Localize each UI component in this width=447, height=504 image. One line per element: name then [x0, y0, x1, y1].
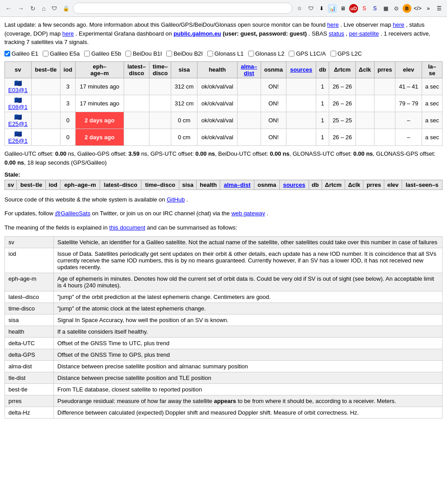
reload-button[interactable]: ↻ — [28, 4, 37, 13]
cell-clk — [355, 112, 374, 129]
filter-gps-l1ca[interactable]: GPS L1C/A — [289, 50, 326, 57]
cell-iod: 3 — [60, 95, 75, 112]
checkbox-glonass-l1[interactable] — [207, 51, 213, 56]
forward-button[interactable]: → — [16, 4, 26, 13]
star-icon[interactable]: ☆ — [295, 4, 304, 13]
glossary-term: delta-GPS — [5, 349, 54, 361]
sv-link[interactable]: E03@1 — [8, 87, 28, 93]
info-sbas: . SBAS — [309, 30, 327, 37]
glossary-term: eph-age-m — [5, 273, 54, 291]
cell-clk — [355, 95, 374, 112]
checkbox-galileo-e1[interactable] — [4, 51, 10, 56]
ext-icon-1[interactable]: 🛡 — [306, 4, 315, 13]
filter-glonass-l1[interactable]: Glonass L1 — [207, 50, 244, 57]
filter-beidou-b2i[interactable]: BeiDou B2I — [166, 50, 203, 57]
stale-sources-link[interactable]: sources — [283, 181, 305, 188]
ext-more[interactable]: » — [424, 4, 433, 13]
filter-gps-l2c[interactable]: GPS L2C — [330, 50, 362, 57]
stale-label: Stale: — [4, 171, 443, 178]
home-button[interactable]: ⌂ — [40, 4, 47, 13]
back-button[interactable]: ← — [4, 4, 13, 13]
ext-icon-s2[interactable]: S — [370, 4, 379, 13]
filter-beidou-b1i[interactable]: BeiDou B1I — [125, 50, 162, 57]
here-link-2[interactable]: here — [393, 21, 404, 28]
filter-glonass-l2[interactable]: Glonass L2 — [248, 50, 285, 57]
glossary-row: best-tle From TLE database, closest sate… — [5, 384, 443, 395]
github-link[interactable]: GitHub — [167, 196, 185, 203]
sv-link[interactable]: E26@1 — [8, 137, 28, 144]
ext-icon-grid[interactable]: ▦ — [381, 4, 390, 13]
glossary-def: Distance between precise satellite posit… — [54, 372, 443, 384]
address-bar[interactable] — [73, 3, 292, 14]
ext-icon-code[interactable]: </> — [413, 4, 422, 13]
grafana-link[interactable]: public.galmon.eu — [173, 30, 221, 37]
checkbox-beidou-b1i[interactable] — [125, 51, 131, 56]
glossary-row: iod Issue of Data. Satellites periodical… — [5, 248, 443, 273]
ext-icon-ud[interactable]: uD — [349, 4, 358, 13]
glossary-def: Signal In Space Accuracy, how well the p… — [54, 314, 443, 326]
table-row: 🇪🇺E08@1317 minutes ago312 cmok/ok/val/va… — [5, 95, 443, 112]
glossary-term: health — [5, 326, 54, 338]
glossary-table: sv Satellite Vehicle, an identifier for … — [4, 236, 443, 419]
info-grafana-cred: (user: guest, password: guest) — [223, 30, 307, 37]
ext-icon-3[interactable]: 📊 — [328, 4, 337, 13]
glossary-def: Pseudorange residual: measure of how far… — [54, 395, 443, 407]
stale-alma-dist-link[interactable]: alma–dist — [224, 181, 250, 188]
checkbox-galileo-e5b[interactable] — [84, 51, 90, 56]
filter-galileo-e1[interactable]: Galileo E1 — [4, 50, 38, 57]
alma-dist-link[interactable]: alma–dist — [241, 63, 257, 77]
cell-health: ok/ok/val/val — [197, 112, 237, 129]
filter-galileo-e5b[interactable]: Galileo E5b — [84, 50, 121, 57]
doc-link[interactable]: this document — [109, 224, 145, 231]
checkbox-gps-l1ca[interactable] — [289, 51, 294, 56]
here-link-1[interactable]: here — [327, 21, 339, 28]
glossary-def: Offset of the GNSS Time to GPS, plus tre… — [54, 349, 443, 361]
cell-sources — [286, 78, 316, 95]
lock-icon: 🔒 — [61, 4, 70, 13]
irc-link[interactable]: web gateway — [231, 210, 265, 217]
glossary-term: iod — [5, 248, 54, 273]
ext-icon-4[interactable]: 🖥 — [338, 4, 347, 13]
cell-last-seen: a sec — [422, 78, 442, 95]
sources-link[interactable]: sources — [290, 66, 312, 73]
filter-galileo-e5a[interactable]: Galileo E5a — [43, 50, 80, 57]
ext-icon-b[interactable]: B — [403, 4, 411, 13]
menu-icon[interactable]: ☰ — [435, 4, 443, 13]
glossary-row: prres Pseudorange residual: measure of h… — [5, 395, 443, 407]
th-eph-age: eph–age–m — [75, 61, 124, 78]
satellite-table: sv best–tle iod eph–age–m latest–disco t… — [4, 61, 443, 146]
ext-icon-2[interactable]: ⬇ — [317, 4, 326, 13]
twitter-link[interactable]: @GalileoSats — [55, 210, 90, 217]
per-satellite-link[interactable]: per-satellite — [349, 30, 379, 37]
th-health: health — [197, 61, 237, 78]
footer-source: Source code of this website & the whole … — [4, 194, 443, 205]
label-gps-l1ca: GPS L1C/A — [296, 50, 326, 57]
ext-icon-circle[interactable]: ⊙ — [392, 4, 401, 13]
cell-db: 1 — [316, 112, 329, 129]
checkbox-beidou-b2i[interactable] — [166, 51, 172, 56]
glossary-def: Satellite Vehicle, an identifier for a G… — [54, 237, 443, 248]
th-latest-disco: latest–disco — [124, 61, 149, 78]
cell-alma-dist — [238, 112, 261, 129]
stale-th-clk: Δclk — [345, 180, 363, 190]
glossary-row: alma-dist Distance between precise satel… — [5, 361, 443, 372]
sbas-comma: , — [346, 30, 347, 37]
sv-link[interactable]: E08@1 — [8, 104, 28, 110]
checkbox-gps-l2c[interactable] — [330, 51, 336, 56]
sbas-status-link[interactable]: status — [329, 30, 344, 37]
glossary-def: Age of ephemeris in minutes. Denotes how… — [54, 273, 443, 291]
checkbox-glonass-l2[interactable] — [248, 51, 254, 56]
cell-osnma: ON! — [261, 112, 286, 129]
source-text: Source code of this website & the whole … — [4, 196, 165, 203]
glossary-row: eph-age-m Age of ephemeris in minutes. D… — [5, 273, 443, 291]
glossary-def: Offset of the GNSS Time to UTC, plus tre… — [54, 338, 443, 349]
stale-th-latest-disco: latest–disco — [100, 180, 141, 190]
cell-clk — [355, 129, 374, 145]
ext-icon-s1[interactable]: S — [360, 4, 369, 13]
checkbox-galileo-e5a[interactable] — [43, 51, 48, 56]
here-link-3[interactable]: here — [62, 30, 74, 37]
glossary-def: Distance between precise satellite posit… — [54, 361, 443, 372]
glossary-def: "jump" of the orbit prediction at the la… — [54, 291, 443, 303]
sv-link[interactable]: E25@1 — [8, 121, 28, 127]
cell-best-tle — [31, 112, 60, 129]
